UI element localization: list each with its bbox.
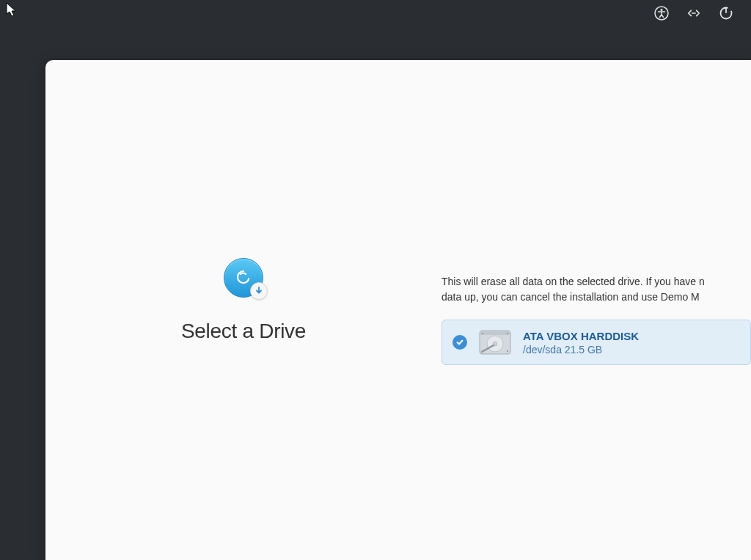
harddisk-icon [477,328,513,357]
right-panel: This will erase all data on the selected… [442,207,751,560]
page-title: Select a Drive [181,320,306,343]
svg-point-13 [482,350,483,352]
svg-point-3 [693,12,695,14]
installer-window: Select a Drive This will erase all data … [45,60,751,560]
warning-text: This will erase all data on the selected… [442,274,751,305]
drive-info: ATA VBOX HARDDISK /dev/sda 21.5 GB [523,330,639,355]
download-badge-icon [250,282,268,300]
warning-line-2: data up, you can cancel the installation… [442,291,700,303]
svg-point-14 [507,350,508,352]
selected-checkmark-icon [453,335,467,350]
installer-logo [224,258,263,298]
system-top-bar [0,0,751,26]
network-icon[interactable] [686,6,701,21]
drive-name: ATA VBOX HARDDISK [523,330,639,342]
warning-line-1: This will erase all data on the selected… [442,276,705,287]
svg-point-2 [692,12,693,14]
svg-point-11 [482,333,483,334]
svg-rect-8 [480,331,510,335]
power-icon[interactable] [719,6,733,21]
accessibility-icon[interactable] [654,6,669,21]
svg-point-4 [695,12,696,14]
svg-point-12 [507,333,508,334]
drive-item[interactable]: ATA VBOX HARDDISK /dev/sda 21.5 GB [442,320,751,365]
drive-details: /dev/sda 21.5 GB [523,344,639,355]
svg-point-1 [660,9,662,11]
left-panel: Select a Drive [45,207,442,560]
